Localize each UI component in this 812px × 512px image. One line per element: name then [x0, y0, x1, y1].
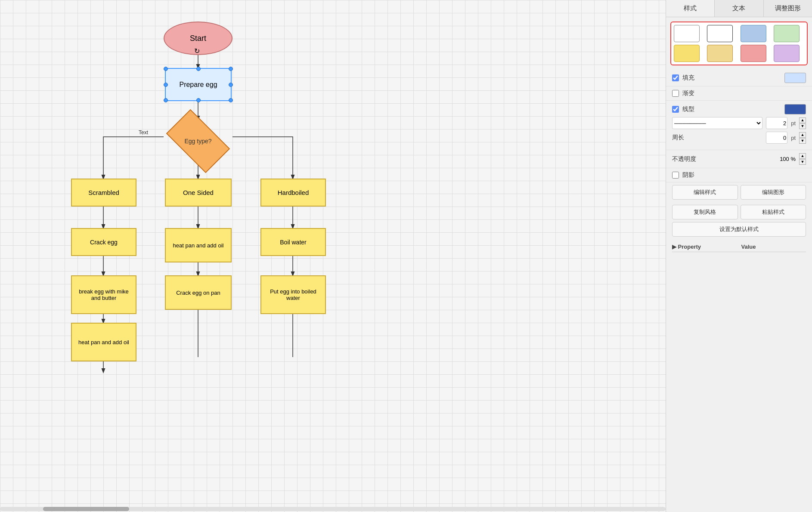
- canvas-area[interactable]: Text Start ↻ Prepare egg Egg type? Scram…: [0, 0, 666, 512]
- bottom-arrow: [97, 361, 110, 374]
- line-color-swatch[interactable]: [784, 104, 806, 114]
- prepare-egg-node[interactable]: Prepare egg: [165, 68, 232, 101]
- gradient-checkbox[interactable]: [672, 90, 679, 97]
- opacity-stepper: ▲ ▼: [799, 153, 806, 165]
- set-default-button[interactable]: 设置为默认样式: [672, 222, 806, 237]
- handle-bl[interactable]: [164, 98, 168, 102]
- line-style-section: 线型 ──────── - - - - - - · · · · · · pt ▲…: [666, 101, 812, 150]
- handle-br[interactable]: [229, 98, 233, 102]
- fill-color-swatch[interactable]: [784, 73, 806, 83]
- preset-white[interactable]: [674, 25, 700, 42]
- gradient-row: 渐变: [666, 86, 812, 101]
- opacity-row: 不透明度 100 % ▲ ▼: [666, 150, 812, 168]
- perimeter-row: 周长 pt ▲ ▼: [672, 132, 806, 144]
- egg-type-node[interactable]: Egg type?: [164, 120, 232, 163]
- line-style-label: 线型: [682, 105, 781, 113]
- opacity-up[interactable]: ▲: [799, 153, 806, 159]
- perimeter-input[interactable]: [766, 132, 787, 144]
- panel-tabs: 样式 文本 调整图形: [666, 0, 812, 17]
- scrambled-node[interactable]: Scrambled: [71, 179, 136, 207]
- line-width-row: ──────── - - - - - - · · · · · · pt ▲ ▼: [672, 117, 806, 129]
- line-width-up[interactable]: ▲: [799, 117, 806, 123]
- handle-tr[interactable]: [229, 67, 233, 71]
- put-egg-boiled-node[interactable]: Put egg into boiled water: [260, 275, 326, 314]
- opacity-label: 不透明度: [672, 155, 776, 163]
- line-style-select[interactable]: ──────── - - - - - - · · · · · ·: [672, 117, 762, 129]
- fill-checkbox[interactable]: [672, 74, 679, 81]
- tab-adjust-shape[interactable]: 调整图形: [764, 0, 812, 17]
- tab-text[interactable]: 文本: [715, 0, 763, 17]
- line-style-checkbox[interactable]: [672, 106, 679, 113]
- line-width-stepper: ▲ ▼: [799, 117, 806, 129]
- hardboiled-node[interactable]: Hardboiled: [260, 179, 326, 207]
- perimeter-down[interactable]: ▼: [799, 138, 806, 144]
- gradient-label: 渐变: [682, 89, 806, 97]
- fill-row: 填充: [666, 70, 812, 86]
- opacity-down[interactable]: ▼: [799, 159, 806, 165]
- tab-style[interactable]: 样式: [666, 0, 715, 17]
- scrollbar-thumb[interactable]: [43, 507, 129, 511]
- perimeter-stepper: ▲ ▼: [799, 132, 806, 144]
- preset-white2[interactable]: [707, 25, 733, 42]
- perimeter-label: 周长: [672, 134, 762, 142]
- shadow-label: 阴影: [682, 171, 806, 179]
- copy-style-button[interactable]: 复制风格: [672, 205, 738, 219]
- shadow-row: 阴影: [666, 168, 812, 182]
- style-presets: ‹ ›: [670, 22, 808, 65]
- right-panel: 样式 文本 调整图形 ‹ › 填充 渐变 线型 ───────: [666, 0, 812, 512]
- svg-text:Text: Text: [139, 130, 149, 136]
- paste-style-button[interactable]: 粘贴样式: [741, 205, 806, 219]
- preset-yellow2[interactable]: [707, 45, 733, 62]
- handle-mr[interactable]: [229, 83, 233, 87]
- edit-shape-button[interactable]: 编辑图形: [741, 185, 806, 200]
- fill-label: 填充: [682, 74, 781, 82]
- line-style-header-row: 线型: [672, 104, 806, 114]
- preset-pink[interactable]: [741, 45, 766, 62]
- arrows-svg: Text: [0, 0, 666, 512]
- horizontal-scrollbar[interactable]: [0, 507, 666, 511]
- heat-pan-oil-node[interactable]: heat pan and add oil: [165, 228, 232, 262]
- value-col-header: Value: [741, 244, 806, 250]
- line-width-unit: pt: [791, 120, 796, 126]
- crack-egg-node[interactable]: Crack egg: [71, 228, 136, 256]
- rotate-handle[interactable]: ↻: [192, 46, 201, 55]
- opacity-value: 100 %: [780, 156, 796, 162]
- handle-tl[interactable]: [164, 67, 168, 71]
- preset-purple[interactable]: [774, 45, 800, 62]
- preset-yellow[interactable]: [674, 45, 700, 62]
- crack-egg-pan-node[interactable]: Crack egg on pan: [165, 275, 232, 310]
- shadow-checkbox[interactable]: [672, 172, 679, 179]
- copy-buttons-row: 复制风格 粘贴样式: [666, 202, 812, 222]
- line-width-input[interactable]: [766, 117, 787, 129]
- line-width-down[interactable]: ▼: [799, 123, 806, 129]
- preset-green[interactable]: [774, 25, 800, 42]
- break-egg-mike-node[interactable]: break egg with mike and butter: [71, 275, 136, 314]
- property-col-header: ▶ Property: [672, 244, 737, 250]
- property-table: ▶ Property Value: [666, 240, 812, 256]
- edit-style-button[interactable]: 编辑样式: [672, 185, 738, 200]
- preset-prev-button[interactable]: ‹: [666, 40, 666, 47]
- preset-blue[interactable]: [741, 25, 766, 42]
- handle-tm[interactable]: [196, 67, 201, 71]
- edit-buttons-row: 编辑样式 编辑图形: [666, 182, 812, 202]
- one-sided-node[interactable]: One Sided: [165, 179, 232, 207]
- handle-ml[interactable]: [164, 83, 168, 87]
- handle-bm[interactable]: [196, 98, 201, 102]
- set-default-row: 设置为默认样式: [666, 222, 812, 240]
- perimeter-up[interactable]: ▲: [799, 132, 806, 138]
- heat-pan-add-node[interactable]: heat pan and add oil: [71, 323, 136, 361]
- perimeter-unit: pt: [791, 135, 796, 141]
- boil-water-node[interactable]: Boil water: [260, 228, 326, 256]
- property-table-header: ▶ Property Value: [672, 244, 806, 252]
